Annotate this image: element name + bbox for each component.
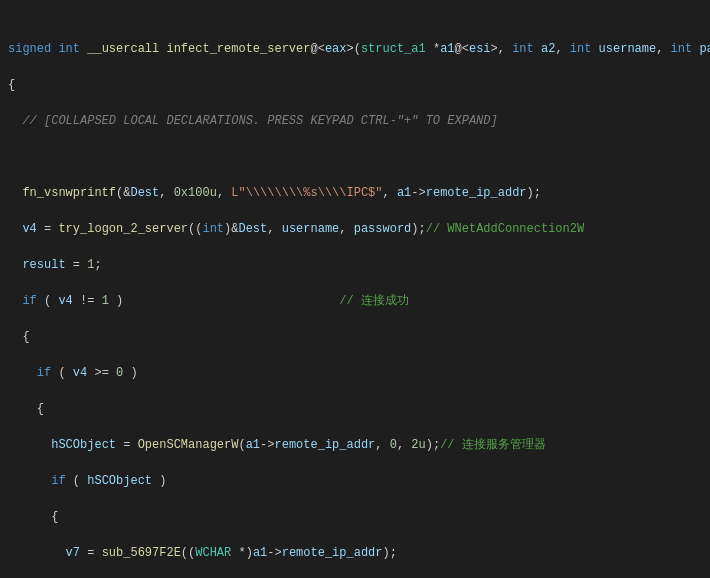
line-brace-2: { [0, 328, 710, 346]
line-v7-sub: v7 = sub_5697F2E((WCHAR *)a1->remote_ip_… [0, 544, 710, 562]
line-brace-4: { [0, 508, 710, 526]
line-fn-vsnwprintf: fn_vsnwprintf(&Dest, 0x100u, L"\\\\\\\\%… [0, 184, 710, 202]
line-if-v4-ge0: if ( v4 >= 0 ) [0, 364, 710, 382]
line-open-brace-1: { [0, 76, 710, 94]
line-collapsed: // [COLLAPSED LOCAL DECLARATIONS. PRESS … [0, 112, 710, 130]
line-openscmanager: hSCObject = OpenSCManagerW(a1->remote_ip… [0, 436, 710, 454]
line-brace-3: { [0, 400, 710, 418]
line-if-hscobject: if ( hSCObject ) [0, 472, 710, 490]
line-result-1: result = 1; [0, 256, 710, 274]
line-try-logon: v4 = try_logon_2_server((int)&Dest, user… [0, 220, 710, 238]
line-if-v4: if ( v4 != 1 ) // 连接成功 [0, 292, 710, 310]
line-blank-1 [0, 148, 710, 166]
code-container: signed int __usercall infect_remote_serv… [0, 0, 710, 578]
function-signature: signed int __usercall infect_remote_serv… [0, 40, 710, 58]
